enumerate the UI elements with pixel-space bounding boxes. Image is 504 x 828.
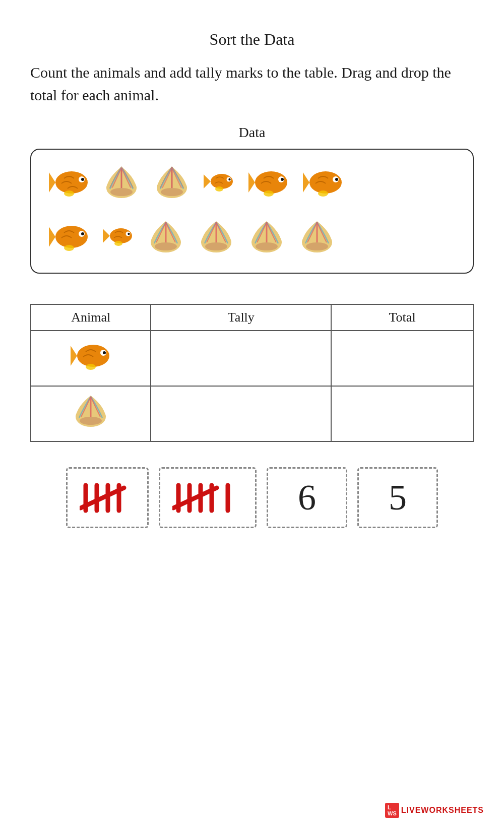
brand-name: LIVEWORKSHEETS — [401, 806, 484, 815]
svg-point-8 — [110, 188, 133, 196]
svg-marker-12 — [204, 174, 211, 188]
svg-point-37 — [128, 233, 130, 235]
col-animal-header: Animal — [31, 304, 151, 331]
data-section-label: Data — [30, 124, 474, 141]
svg-point-5 — [81, 178, 84, 181]
svg-point-38 — [114, 241, 122, 246]
table-row-fish — [31, 331, 473, 386]
fish-small-icon-2 — [101, 222, 136, 255]
fish-icon-4 — [46, 218, 92, 259]
drag-tally-5[interactable] — [66, 467, 149, 528]
col-tally-header: Tally — [151, 304, 331, 331]
table-row-shell — [31, 386, 473, 441]
svg-point-40 — [155, 242, 177, 250]
data-table: Animal Tally Total — [30, 304, 474, 442]
svg-point-10 — [161, 188, 183, 196]
svg-marker-23 — [303, 172, 309, 193]
instructions-text: Count the animals and add tally marks to… — [30, 61, 474, 106]
drag-number-5[interactable]: 5 — [357, 467, 438, 528]
page-title: Sort the Data — [30, 30, 474, 49]
drag-items-container: 6 5 — [30, 467, 474, 528]
svg-point-42 — [205, 242, 227, 250]
svg-marker-29 — [49, 227, 55, 247]
svg-point-54 — [80, 417, 102, 425]
svg-point-21 — [264, 190, 274, 197]
svg-marker-35 — [103, 229, 110, 243]
drag-number-6[interactable]: 6 — [267, 467, 347, 528]
animal-row-2 — [46, 216, 458, 261]
shell-icon-5 — [246, 216, 287, 261]
number-5-display: 5 — [389, 477, 407, 519]
svg-point-15 — [215, 186, 223, 192]
liveworksheets-logo: L WS LIVEWORKSHEETS — [385, 803, 484, 818]
shell-icon-3 — [145, 216, 186, 261]
svg-marker-48 — [71, 346, 77, 366]
svg-point-32 — [81, 232, 84, 235]
svg-point-44 — [256, 242, 278, 250]
shell-tally-cell[interactable] — [151, 386, 331, 441]
shell-icon-1 — [101, 162, 142, 206]
animal-row-1 — [46, 162, 458, 206]
fish-icon-3 — [300, 163, 346, 205]
shell-animal-cell — [31, 386, 151, 441]
table-section: Animal Tally Total — [30, 304, 474, 442]
svg-marker-17 — [248, 172, 255, 193]
table-header-row: Animal Tally Total — [31, 304, 473, 331]
data-box — [30, 149, 474, 274]
fish-icon-2 — [246, 163, 291, 205]
fish-icon-1 — [46, 163, 92, 205]
svg-point-27 — [318, 190, 328, 197]
shell-total-cell[interactable] — [331, 386, 473, 441]
number-6-display: 6 — [298, 477, 316, 519]
fish-animal-cell — [31, 331, 151, 386]
logo-box: L WS — [385, 803, 399, 818]
shell-icon-6 — [296, 216, 338, 261]
fish-small-icon-1 — [202, 167, 237, 201]
fish-total-cell[interactable] — [331, 331, 473, 386]
svg-point-26 — [335, 178, 338, 181]
drag-tally-6[interactable] — [159, 467, 257, 528]
page-container: Sort the Data Count the animals and add … — [0, 0, 504, 568]
svg-point-14 — [228, 178, 230, 180]
svg-point-33 — [64, 245, 74, 251]
footer: L WS LIVEWORKSHEETS — [385, 803, 484, 818]
col-total-header: Total — [331, 304, 473, 331]
fish-tally-cell[interactable] — [151, 331, 331, 386]
shell-icon-4 — [196, 216, 237, 261]
svg-point-46 — [306, 242, 328, 250]
svg-point-20 — [281, 178, 284, 181]
svg-point-51 — [103, 351, 106, 354]
svg-point-52 — [86, 364, 96, 370]
svg-marker-1 — [49, 172, 55, 193]
svg-point-6 — [64, 190, 74, 197]
shell-icon-2 — [151, 162, 193, 206]
